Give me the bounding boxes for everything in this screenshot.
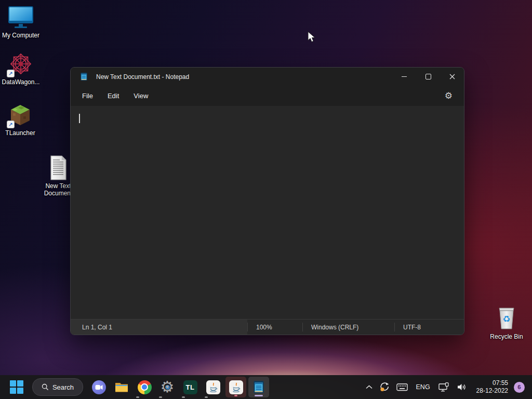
maximize-icon [425,74,431,79]
taskbar-tlauncher-button[interactable]: TL [180,377,201,397]
running-indicator [205,396,208,398]
zoom-level-status[interactable]: 100% [248,320,302,335]
window-title: New Text Document.txt - Notepad [96,73,189,81]
keyboard-icon [396,383,408,391]
desktop-icon-tlauncher[interactable]: ↗ TLauncher [1,103,40,137]
taskbar-notepad-button[interactable] [248,377,269,397]
running-indicator [159,396,162,398]
search-label: Search [52,383,74,391]
minecraft-grass-block-icon: ↗ [8,103,33,128]
computer-monitor-icon [7,5,34,30]
text-document-icon [48,156,69,181]
datawagon-star-icon: ↗ [8,52,34,77]
sync-update-icon [379,382,390,392]
windows-logo-icon [10,380,23,394]
settings-gear-icon: ⚙ [159,379,176,395]
running-indicator [255,395,263,396]
menu-bar: File Edit View ⚙ [71,86,464,106]
taskbar-java-button-active[interactable] [225,377,246,397]
java-icon [206,380,220,394]
java-icon [229,380,243,394]
shortcut-arrow-icon: ↗ [7,121,15,128]
close-button[interactable] [440,68,464,86]
taskbar-chat-button[interactable] [88,377,109,397]
notepad-window: New Text Document.txt - Notepad File Edi… [70,67,464,335]
taskbar-chrome-button[interactable] [134,377,155,397]
desktop-icon-datawagon[interactable]: ↗ DataWagon... [1,52,41,86]
desktop-icon-recycle-bin[interactable]: ♻ Recycle Bin [487,307,526,340]
tlauncher-icon: TL [183,380,197,394]
minimize-icon [402,76,407,77]
taskbar-java-button[interactable] [203,377,223,397]
menu-view[interactable]: View [126,89,155,103]
notepad-icon [79,72,88,81]
taskbar-file-explorer-button[interactable] [111,377,132,397]
maximize-button[interactable] [416,68,440,86]
taskbar-settings-button[interactable]: ⚙ [157,377,178,397]
chrome-icon [138,380,152,394]
recycle-bin-icon: ♻ [496,307,517,331]
cursor-position-status: Ln 1, Col 1 [71,320,247,335]
tray-network-button[interactable] [436,378,453,396]
desktop-icon-label: DataWagon... [2,78,40,86]
running-indicator [136,396,139,398]
taskbar-clock[interactable]: 07:55 28-12-2022 [471,379,512,395]
running-indicator [182,396,185,398]
text-editing-area[interactable] [71,106,464,319]
desktop-icon-label: TLauncher [5,129,35,137]
start-button[interactable] [6,377,27,397]
language-indicator[interactable]: ENG [412,378,434,396]
text-caret [79,114,80,123]
clock-time: 07:55 [493,379,508,387]
network-display-icon [438,382,450,392]
line-endings-status[interactable]: Windows (CRLF) [303,320,394,335]
close-icon [449,74,455,79]
desktop-icon-label: Recycle Bin [490,333,523,340]
encoding-status[interactable]: UTF-8 [395,320,464,335]
running-indicator [234,395,237,396]
titlebar[interactable]: New Text Document.txt - Notepad [71,68,464,86]
tray-volume-button[interactable] [454,378,470,396]
notepad-icon [252,380,265,394]
status-bar: Ln 1, Col 1 100% Windows (CRLF) UTF-8 [71,319,464,335]
speaker-icon [457,382,467,392]
desktop-icon-my-computer[interactable]: My Computer [1,5,41,39]
minimize-button[interactable] [392,68,416,86]
chat-camera-icon [92,380,106,394]
tray-keyboard-button[interactable] [394,378,410,396]
file-explorer-icon [114,381,129,393]
menu-file[interactable]: File [75,89,100,103]
tray-chevron-button[interactable] [363,378,375,396]
mouse-cursor [308,31,317,43]
chevron-up-icon [366,385,373,389]
notification-badge[interactable]: 6 [514,382,525,393]
desktop-icon-label: My Computer [2,32,39,39]
search-icon [42,383,49,391]
search-box[interactable]: Search [32,378,83,396]
shortcut-arrow-icon: ↗ [7,70,15,77]
desktop: My Computer ↗ DataWagon... [0,0,532,399]
settings-gear-icon[interactable]: ⚙ [445,91,453,100]
clock-date: 28-12-2022 [476,387,508,395]
svg-text:♻: ♻ [502,314,510,324]
menu-edit[interactable]: Edit [100,89,126,103]
taskbar: Search [0,375,532,399]
tray-update-button[interactable] [377,378,392,396]
